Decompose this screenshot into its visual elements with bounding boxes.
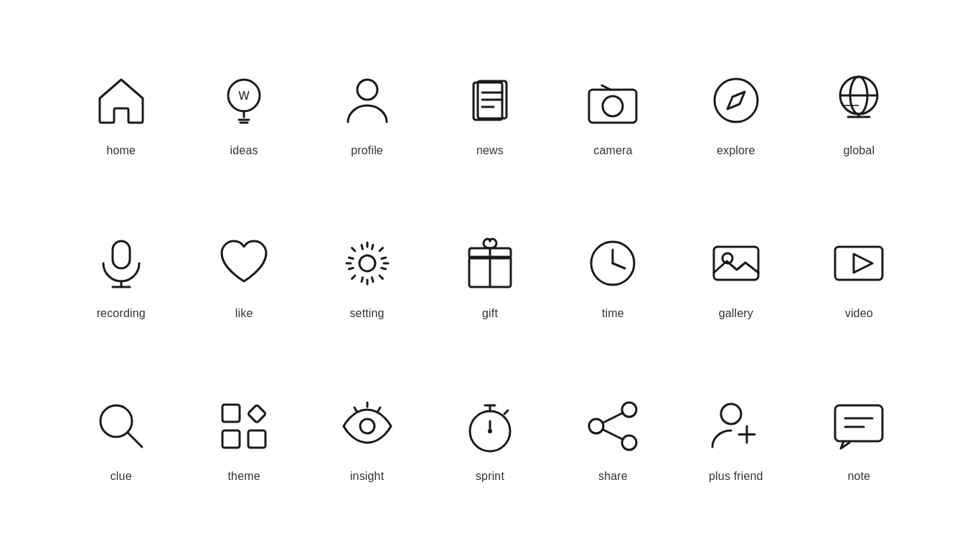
svg-line-56	[603, 430, 622, 439]
svg-rect-34	[835, 247, 882, 280]
note-item: note	[798, 357, 920, 519]
like-item: like	[182, 194, 305, 357]
news-icon	[458, 68, 522, 133]
svg-rect-11	[589, 90, 636, 123]
share-label: share	[598, 470, 628, 483]
svg-line-51	[504, 410, 508, 414]
icon-grid: home W ideas profile news	[60, 32, 920, 519]
sprint-item: sprint	[428, 357, 551, 519]
svg-rect-32	[714, 247, 758, 280]
theme-icon	[212, 394, 276, 458]
profile-label: profile	[351, 144, 383, 157]
svg-point-57	[721, 404, 741, 424]
time-icon	[580, 231, 645, 296]
clue-icon	[89, 394, 154, 458]
explore-label: explore	[717, 144, 755, 157]
camera-icon	[580, 68, 645, 133]
gift-label: gift	[482, 307, 498, 320]
clue-item: clue	[60, 357, 182, 519]
plus-friend-item: plus friend	[674, 357, 797, 519]
svg-rect-40	[248, 430, 265, 448]
gift-icon	[458, 231, 522, 296]
ideas-icon: W	[212, 68, 276, 133]
theme-label: theme	[227, 470, 260, 483]
video-icon	[826, 231, 891, 296]
video-label: video	[845, 307, 873, 320]
ideas-item: W ideas	[182, 32, 305, 194]
svg-text:W: W	[239, 90, 250, 102]
share-icon	[580, 394, 645, 458]
setting-item: setting	[306, 194, 428, 357]
home-label: home	[106, 144, 136, 157]
explore-item: explore	[674, 32, 797, 194]
ideas-label: ideas	[230, 144, 258, 157]
svg-point-14	[715, 79, 758, 122]
svg-point-24	[359, 255, 375, 271]
gallery-item: gallery	[674, 194, 797, 357]
gallery-label: gallery	[719, 307, 753, 320]
sprint-icon	[458, 394, 522, 458]
svg-point-48	[488, 429, 492, 433]
camera-label: camera	[593, 144, 632, 157]
svg-rect-38	[222, 405, 240, 422]
note-icon	[826, 394, 891, 458]
setting-icon	[335, 231, 400, 296]
svg-line-44	[354, 408, 357, 411]
insight-item: insight	[306, 357, 428, 519]
svg-line-45	[378, 408, 380, 411]
svg-point-54	[622, 435, 636, 450]
time-label: time	[602, 307, 624, 320]
svg-rect-41	[248, 405, 265, 423]
theme-item: theme	[182, 357, 305, 519]
global-item: global	[798, 32, 920, 194]
plus-friend-label: plus friend	[709, 470, 763, 483]
share-item: share	[552, 357, 674, 519]
svg-point-12	[603, 96, 623, 116]
global-label: global	[843, 144, 875, 157]
recording-icon	[89, 231, 154, 296]
svg-rect-21	[113, 241, 130, 268]
like-icon	[212, 231, 276, 296]
svg-line-31	[613, 263, 625, 268]
sprint-label: sprint	[476, 470, 504, 483]
svg-marker-35	[854, 254, 872, 273]
news-label: news	[476, 144, 504, 157]
svg-line-37	[128, 433, 142, 447]
home-item: home	[60, 32, 182, 194]
profile-icon	[335, 68, 400, 133]
svg-line-55	[603, 413, 622, 423]
recording-item: recording	[60, 194, 182, 357]
gallery-icon	[704, 231, 768, 296]
gift-item: gift	[428, 194, 551, 357]
profile-item: profile	[306, 32, 428, 194]
insight-icon	[335, 394, 400, 458]
like-label: like	[235, 307, 253, 320]
recording-label: recording	[97, 307, 146, 320]
news-item: news	[428, 32, 551, 194]
home-icon	[89, 68, 154, 133]
plus-friend-icon	[704, 394, 768, 458]
video-item: video	[798, 194, 920, 357]
explore-icon	[704, 68, 768, 133]
svg-point-42	[360, 419, 374, 433]
camera-item: camera	[552, 32, 674, 194]
note-label: note	[847, 470, 870, 483]
setting-label: setting	[349, 307, 384, 320]
svg-point-5	[357, 80, 377, 100]
insight-label: insight	[350, 470, 384, 483]
svg-point-52	[622, 402, 636, 417]
time-item: time	[552, 194, 674, 357]
svg-rect-60	[835, 405, 882, 441]
clue-label: clue	[110, 470, 132, 483]
global-icon	[826, 68, 891, 133]
svg-rect-39	[222, 430, 240, 448]
svg-point-53	[589, 419, 603, 433]
